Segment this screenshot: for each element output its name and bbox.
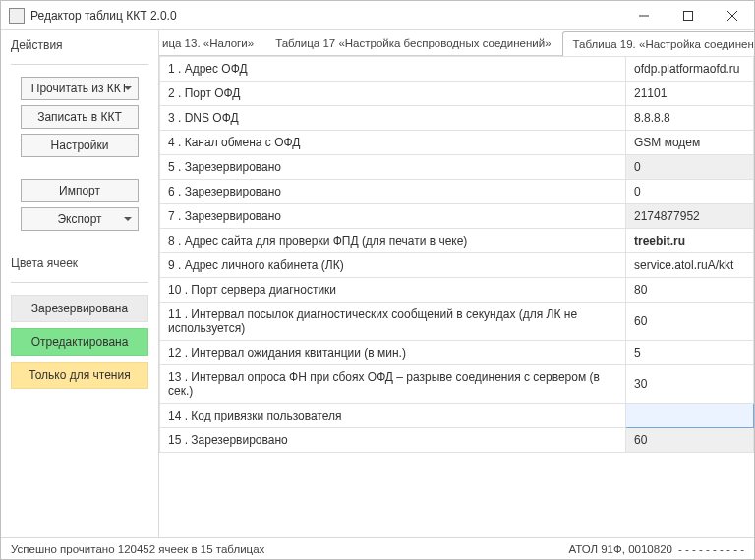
body: Действия Прочитать из ККТ Записать в ККТ… [1,30,754,537]
io-group: Импорт Экспорт [11,179,148,231]
write-to-kkt-button[interactable]: Записать в ККТ [21,105,139,129]
row-label[interactable]: 2 . Порт ОФД [160,82,626,106]
table-row: 11 . Интервал посылок диагностических со… [160,303,754,341]
legend: Зарезервирована Отредактирована Только д… [11,295,148,389]
import-label: Импорт [59,184,100,197]
row-label[interactable]: 11 . Интервал посылок диагностических со… [160,303,626,341]
close-icon [727,11,737,21]
export-button[interactable]: Экспорт [21,207,139,231]
colors-title: Цвета ячеек [11,256,148,270]
settings-button[interactable]: Настройки [21,134,139,157]
settings-grid[interactable]: 1 . Адрес ОФДofdp.platformaofd.ru2 . Пор… [159,56,754,537]
legend-edited: Отредактирована [11,328,148,356]
row-label[interactable]: 13 . Интервал опроса ФН при сбоях ОФД – … [160,365,626,404]
minimize-icon [639,11,649,21]
row-label[interactable]: 1 . Адрес ОФД [160,57,626,82]
row-value[interactable]: 21101 [626,82,754,106]
window-title: Редактор таблиц ККТ 2.0.0 [30,9,621,23]
row-label[interactable]: 8 . Адрес сайта для проверки ФПД (для пе… [160,229,626,253]
table-row: 12 . Интервал ожидания квитанции (в мин.… [160,341,754,365]
table-row: 8 . Адрес сайта для проверки ФПД (для пе… [160,229,754,253]
actions-group: Прочитать из ККТ Записать в ККТ Настройк… [11,77,148,157]
sidebar: Действия Прочитать из ККТ Записать в ККТ… [1,30,158,537]
app-window: Редактор таблиц ККТ 2.0.0 Действия Прочи… [0,0,755,560]
row-value[interactable]: 5 [626,341,754,365]
close-button[interactable] [710,1,754,29]
statusbar: Успешно прочитано 120452 ячеек в 15 табл… [1,537,754,559]
table-row: 15 . Зарезервировано60 [160,428,754,453]
row-value[interactable]: 0 [626,180,754,204]
write-label: Записать в ККТ [37,110,122,124]
row-label[interactable]: 4 . Канал обмена с ОФД [160,131,626,155]
app-icon [9,8,25,24]
row-value[interactable]: ofdp.platformaofd.ru [626,57,754,82]
row-value[interactable]: 2174877952 [626,204,754,229]
status-left: Успешно прочитано 120452 ячеек в 15 табл… [11,543,264,555]
table-row: 4 . Канал обмена с ОФДGSM модем [160,131,754,155]
row-value[interactable]: service.atol.ruА/kkt [626,253,754,278]
legend-reserved: Зарезервирована [11,295,148,322]
minimize-button[interactable] [621,1,666,29]
row-value[interactable]: 80 [626,278,754,303]
import-button[interactable]: Импорт [21,179,139,202]
tab-table-13[interactable]: ица 13. «Налоги» [159,30,264,55]
legend-readonly: Только для чтения [11,362,148,389]
tab-table-19[interactable]: Таблица 19. «Настройка соединения с ОФД» [562,31,754,56]
tab-table-17[interactable]: Таблица 17 «Настройка беспроводных соеди… [264,30,561,55]
maximize-icon [683,11,693,21]
table-row: 7 . Зарезервировано2174877952 [160,204,754,229]
separator [11,282,148,283]
table-row: 1 . Адрес ОФДofdp.platformaofd.ru [160,57,754,82]
settings-label: Настройки [51,139,109,152]
maximize-button[interactable] [666,1,710,29]
actions-title: Действия [11,38,148,52]
row-value[interactable]: 8.8.8.8 [626,106,754,131]
row-value[interactable]: 60 [626,428,754,453]
titlebar: Редактор таблиц ККТ 2.0.0 [1,1,754,30]
svg-rect-0 [683,11,692,20]
table-row: 14 . Код привязки пользователя [160,404,754,428]
table-row: 2 . Порт ОФД21101 [160,82,754,106]
read-from-kkt-button[interactable]: Прочитать из ККТ [21,77,139,100]
table-row: 9 . Адрес личного кабинета (ЛК)service.a… [160,253,754,278]
export-label: Экспорт [57,212,101,226]
row-value[interactable]: GSM модем [626,131,754,155]
row-label[interactable]: 12 . Интервал ожидания квитанции (в мин.… [160,341,626,365]
status-model: АТОЛ 91Ф, 0010820 [568,543,672,555]
main-panel: ица 13. «Налоги» Таблица 17 «Настройка б… [158,30,754,537]
table-row: 5 . Зарезервировано0 [160,155,754,180]
row-value[interactable]: 30 [626,365,754,404]
status-right: АТОЛ 91Ф, 0010820 - - - - - - - - - - [568,543,744,555]
row-label[interactable]: 14 . Код привязки пользователя [160,404,626,428]
row-value[interactable] [626,404,754,428]
row-label[interactable]: 7 . Зарезервировано [160,204,626,229]
table-row: 6 . Зарезервировано0 [160,180,754,204]
row-label[interactable]: 6 . Зарезервировано [160,180,626,204]
row-label[interactable]: 15 . Зарезервировано [160,428,626,453]
separator [11,64,148,65]
settings-table: 1 . Адрес ОФДofdp.platformaofd.ru2 . Пор… [159,56,754,453]
read-label: Прочитать из ККТ [31,82,128,95]
tabstrip: ица 13. «Налоги» Таблица 17 «Настройка б… [159,30,754,56]
status-dashes: - - - - - - - - - - [678,543,744,555]
table-row: 3 . DNS ОФД8.8.8.8 [160,106,754,131]
table-row: 13 . Интервал опроса ФН при сбоях ОФД – … [160,365,754,404]
row-value[interactable]: 60 [626,303,754,341]
row-label[interactable]: 9 . Адрес личного кабинета (ЛК) [160,253,626,278]
row-label[interactable]: 5 . Зарезервировано [160,155,626,180]
row-label[interactable]: 3 . DNS ОФД [160,106,626,131]
row-label[interactable]: 10 . Порт сервера диагностики [160,278,626,303]
table-row: 10 . Порт сервера диагностики80 [160,278,754,303]
row-value[interactable]: 0 [626,155,754,180]
row-value[interactable]: treebit.ru [626,229,754,253]
